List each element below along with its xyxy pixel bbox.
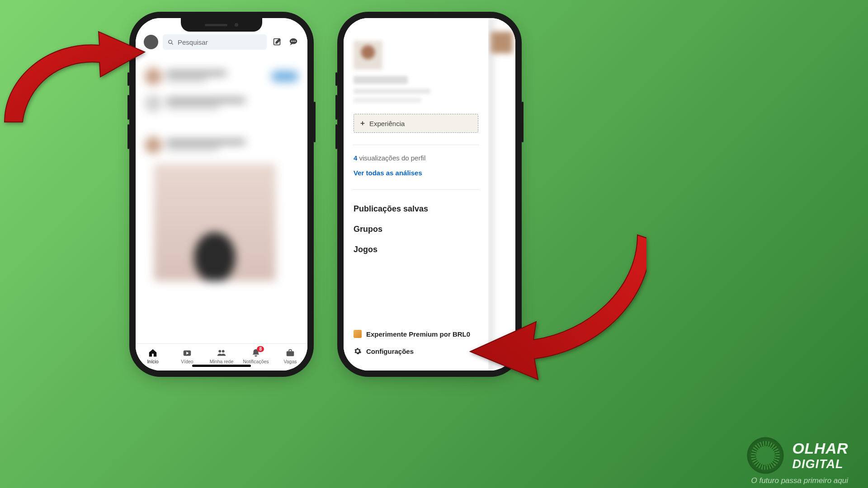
views-text: visualizações do perfil <box>359 154 426 162</box>
views-count: 4 <box>354 154 357 162</box>
pointer-arrow-settings <box>457 226 646 390</box>
premium-label: Experimente Premium por BRL0 <box>366 330 470 338</box>
menu-saved-posts[interactable]: Publicações salvas <box>354 199 478 219</box>
home-indicator <box>192 365 251 367</box>
gear-icon <box>354 347 362 355</box>
profile-picture[interactable] <box>354 41 382 70</box>
plus-icon: + <box>360 119 365 128</box>
brand-line2: DIGITAL <box>793 457 848 471</box>
brand-line1: OLHAR <box>793 440 848 457</box>
top-bar: Pesquisar <box>136 34 307 50</box>
settings-label: Configurações <box>366 347 414 355</box>
messages-button[interactable] <box>288 36 299 48</box>
home-icon <box>148 348 158 358</box>
profile-subtext-blur <box>354 98 421 103</box>
briefcase-icon <box>285 348 295 358</box>
profile-name-blur <box>354 76 408 84</box>
tab-label: Vagas <box>284 359 297 364</box>
search-icon <box>167 39 174 46</box>
logo-ring-icon <box>746 436 784 474</box>
svg-point-0 <box>169 40 172 43</box>
notification-badge: 8 <box>257 346 264 352</box>
tab-home[interactable]: Início <box>138 348 167 364</box>
experience-label: Experiência <box>369 120 405 127</box>
tab-jobs[interactable]: Vagas <box>276 348 305 364</box>
tab-label: Notificações <box>243 359 269 364</box>
video-icon <box>182 348 192 358</box>
people-icon <box>217 348 226 358</box>
add-experience-button[interactable]: + Experiência <box>354 114 478 133</box>
search-placeholder: Pesquisar <box>178 38 208 46</box>
tab-network[interactable]: Minha rede <box>207 348 236 364</box>
divider <box>353 145 479 145</box>
olhar-digital-logo: OLHAR DIGITAL <box>746 436 848 474</box>
premium-badge-icon <box>354 330 362 338</box>
tab-label: Minha rede <box>210 359 234 364</box>
phone-left: Pesquisar Início Vídeo <box>136 18 307 371</box>
analytics-link[interactable]: Ver todas as análises <box>354 169 478 177</box>
svg-point-9 <box>222 350 225 352</box>
svg-line-1 <box>171 43 173 44</box>
divider <box>353 189 479 190</box>
pointer-arrow-avatar <box>0 18 149 137</box>
tab-label: Vídeo <box>181 359 193 364</box>
svg-rect-10 <box>287 351 294 356</box>
profile-headline-blur <box>354 89 430 94</box>
tab-label: Início <box>147 359 158 364</box>
search-input[interactable]: Pesquisar <box>163 34 267 50</box>
profile-views-row[interactable]: 4 visualizações do perfil <box>354 154 478 162</box>
svg-point-4 <box>291 41 292 42</box>
tab-video[interactable]: Vídeo <box>173 348 202 364</box>
tab-notifications[interactable]: 8 Notificações <box>241 348 270 364</box>
blurred-feed <box>136 53 307 343</box>
brand-tagline: O futuro passa primeiro aqui <box>751 476 849 485</box>
svg-point-5 <box>293 41 294 42</box>
svg-point-6 <box>294 41 295 42</box>
svg-point-8 <box>218 350 221 352</box>
compose-button[interactable] <box>271 36 283 48</box>
